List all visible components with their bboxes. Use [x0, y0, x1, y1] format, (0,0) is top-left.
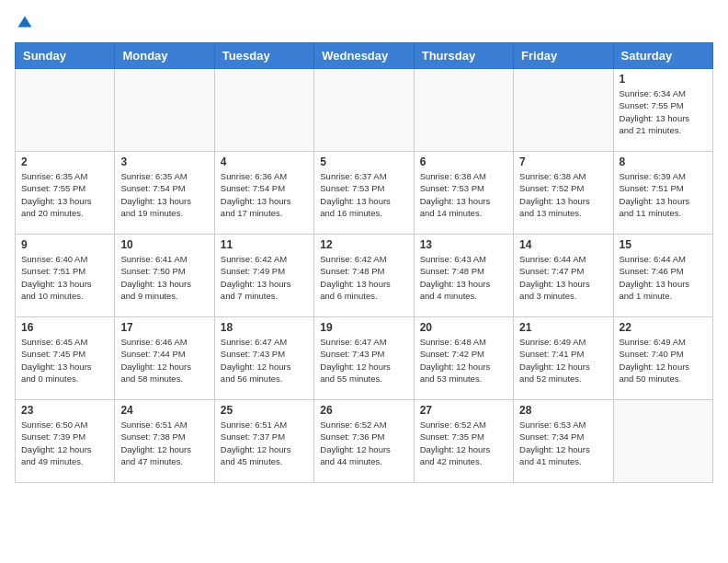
calendar-day-cell: 10Sunrise: 6:41 AM Sunset: 7:50 PM Dayli…: [115, 235, 214, 317]
day-info: Sunrise: 6:45 AM Sunset: 7:45 PM Dayligh…: [21, 336, 108, 385]
calendar-week-row: 1Sunrise: 6:34 AM Sunset: 7:55 PM Daylig…: [16, 69, 713, 152]
day-number: 13: [420, 238, 507, 251]
calendar-day-cell: [414, 69, 513, 152]
day-info: Sunrise: 6:47 AM Sunset: 7:43 PM Dayligh…: [221, 336, 308, 385]
day-info: Sunrise: 6:44 AM Sunset: 7:46 PM Dayligh…: [620, 253, 707, 302]
day-number: 10: [120, 238, 208, 251]
calendar-day-cell: [115, 69, 214, 152]
calendar-day-cell: 1Sunrise: 6:34 AM Sunset: 7:55 PM Daylig…: [613, 69, 712, 152]
calendar-day-cell: 11Sunrise: 6:42 AM Sunset: 7:49 PM Dayli…: [214, 235, 313, 317]
day-number: 1: [620, 73, 707, 86]
day-number: 12: [320, 238, 407, 251]
day-number: 24: [120, 404, 208, 417]
day-number: 18: [221, 321, 308, 334]
day-info: Sunrise: 6:41 AM Sunset: 7:50 PM Dayligh…: [120, 253, 208, 302]
calendar-day-cell: 5Sunrise: 6:37 AM Sunset: 7:53 PM Daylig…: [314, 152, 414, 235]
day-number: 8: [620, 155, 707, 168]
calendar-day-cell: 21Sunrise: 6:49 AM Sunset: 7:41 PM Dayli…: [514, 317, 613, 400]
day-of-week-header: Sunday: [16, 43, 115, 69]
day-number: 21: [519, 321, 607, 334]
day-number: 3: [120, 155, 208, 168]
day-info: Sunrise: 6:34 AM Sunset: 7:55 PM Dayligh…: [620, 87, 707, 136]
calendar-week-row: 9Sunrise: 6:40 AM Sunset: 7:51 PM Daylig…: [16, 235, 713, 317]
calendar-week-row: 2Sunrise: 6:35 AM Sunset: 7:55 PM Daylig…: [16, 152, 713, 235]
day-number: 23: [21, 404, 108, 417]
day-info: Sunrise: 6:49 AM Sunset: 7:40 PM Dayligh…: [620, 336, 707, 385]
calendar-day-cell: 20Sunrise: 6:48 AM Sunset: 7:42 PM Dayli…: [414, 317, 513, 400]
day-info: Sunrise: 6:42 AM Sunset: 7:49 PM Dayligh…: [221, 253, 308, 302]
calendar-day-cell: 2Sunrise: 6:35 AM Sunset: 7:55 PM Daylig…: [16, 152, 115, 235]
day-info: Sunrise: 6:49 AM Sunset: 7:41 PM Dayligh…: [519, 336, 607, 385]
day-number: 20: [420, 321, 507, 334]
calendar-day-cell: 4Sunrise: 6:36 AM Sunset: 7:54 PM Daylig…: [214, 152, 313, 235]
day-number: 7: [519, 155, 607, 168]
calendar-day-cell: 9Sunrise: 6:40 AM Sunset: 7:51 PM Daylig…: [16, 235, 115, 317]
day-info: Sunrise: 6:52 AM Sunset: 7:36 PM Dayligh…: [320, 419, 407, 467]
day-number: 26: [320, 404, 407, 417]
day-number: 11: [221, 238, 308, 251]
logo-icon: [17, 15, 33, 31]
calendar-day-cell: 19Sunrise: 6:47 AM Sunset: 7:43 PM Dayli…: [314, 317, 414, 400]
calendar-week-row: 16Sunrise: 6:45 AM Sunset: 7:45 PM Dayli…: [16, 317, 713, 400]
calendar-day-cell: [613, 400, 712, 483]
day-info: Sunrise: 6:51 AM Sunset: 7:37 PM Dayligh…: [221, 419, 308, 467]
day-info: Sunrise: 6:39 AM Sunset: 7:51 PM Dayligh…: [620, 170, 707, 219]
calendar-day-cell: 3Sunrise: 6:35 AM Sunset: 7:54 PM Daylig…: [115, 152, 214, 235]
calendar-day-cell: [314, 69, 414, 152]
day-number: 9: [21, 238, 108, 251]
day-info: Sunrise: 6:50 AM Sunset: 7:39 PM Dayligh…: [21, 419, 108, 467]
day-info: Sunrise: 6:37 AM Sunset: 7:53 PM Dayligh…: [320, 170, 407, 219]
day-info: Sunrise: 6:46 AM Sunset: 7:44 PM Dayligh…: [120, 336, 208, 385]
day-of-week-header: Thursday: [414, 43, 513, 69]
day-number: 17: [120, 321, 208, 334]
calendar-day-cell: 14Sunrise: 6:44 AM Sunset: 7:47 PM Dayli…: [514, 235, 613, 317]
day-info: Sunrise: 6:47 AM Sunset: 7:43 PM Dayligh…: [320, 336, 407, 385]
calendar-day-cell: 15Sunrise: 6:44 AM Sunset: 7:46 PM Dayli…: [613, 235, 712, 317]
day-number: 16: [21, 321, 108, 334]
calendar-day-cell: 17Sunrise: 6:46 AM Sunset: 7:44 PM Dayli…: [115, 317, 214, 400]
day-number: 25: [221, 404, 308, 417]
day-info: Sunrise: 6:43 AM Sunset: 7:48 PM Dayligh…: [420, 253, 507, 302]
svg-marker-0: [18, 17, 32, 28]
logo: [15, 15, 33, 31]
calendar-table: SundayMondayTuesdayWednesdayThursdayFrid…: [15, 42, 713, 483]
day-info: Sunrise: 6:51 AM Sunset: 7:38 PM Dayligh…: [120, 419, 208, 467]
day-number: 14: [519, 238, 607, 251]
calendar-day-cell: 28Sunrise: 6:53 AM Sunset: 7:34 PM Dayli…: [514, 400, 613, 483]
day-of-week-header: Saturday: [613, 43, 712, 69]
day-info: Sunrise: 6:35 AM Sunset: 7:54 PM Dayligh…: [120, 170, 208, 219]
day-of-week-header: Monday: [115, 43, 214, 69]
day-info: Sunrise: 6:36 AM Sunset: 7:54 PM Dayligh…: [221, 170, 308, 219]
calendar-day-cell: 23Sunrise: 6:50 AM Sunset: 7:39 PM Dayli…: [16, 400, 115, 483]
calendar-day-cell: 8Sunrise: 6:39 AM Sunset: 7:51 PM Daylig…: [613, 152, 712, 235]
calendar-week-row: 23Sunrise: 6:50 AM Sunset: 7:39 PM Dayli…: [16, 400, 713, 483]
day-info: Sunrise: 6:35 AM Sunset: 7:55 PM Dayligh…: [21, 170, 108, 219]
day-of-week-header: Wednesday: [314, 43, 414, 69]
day-number: 28: [519, 404, 607, 417]
calendar-day-cell: [16, 69, 115, 152]
calendar-day-cell: 24Sunrise: 6:51 AM Sunset: 7:38 PM Dayli…: [115, 400, 214, 483]
calendar-day-cell: 18Sunrise: 6:47 AM Sunset: 7:43 PM Dayli…: [214, 317, 313, 400]
calendar-day-cell: 13Sunrise: 6:43 AM Sunset: 7:48 PM Dayli…: [414, 235, 513, 317]
calendar-day-cell: 6Sunrise: 6:38 AM Sunset: 7:53 PM Daylig…: [414, 152, 513, 235]
calendar-day-cell: 16Sunrise: 6:45 AM Sunset: 7:45 PM Dayli…: [16, 317, 115, 400]
day-number: 15: [620, 238, 707, 251]
calendar-day-cell: 12Sunrise: 6:42 AM Sunset: 7:48 PM Dayli…: [314, 235, 414, 317]
day-info: Sunrise: 6:48 AM Sunset: 7:42 PM Dayligh…: [420, 336, 507, 385]
calendar-day-cell: [514, 69, 613, 152]
day-number: 22: [620, 321, 707, 334]
day-of-week-header: Friday: [514, 43, 613, 69]
day-number: 4: [221, 155, 308, 168]
day-info: Sunrise: 6:44 AM Sunset: 7:47 PM Dayligh…: [519, 253, 607, 302]
day-number: 19: [320, 321, 407, 334]
calendar-day-cell: 26Sunrise: 6:52 AM Sunset: 7:36 PM Dayli…: [314, 400, 414, 483]
day-info: Sunrise: 6:42 AM Sunset: 7:48 PM Dayligh…: [320, 253, 407, 302]
calendar-day-cell: [214, 69, 313, 152]
day-info: Sunrise: 6:38 AM Sunset: 7:53 PM Dayligh…: [420, 170, 507, 219]
day-of-week-header: Tuesday: [214, 43, 313, 69]
day-number: 2: [21, 155, 108, 168]
calendar-day-cell: 27Sunrise: 6:52 AM Sunset: 7:35 PM Dayli…: [414, 400, 513, 483]
header: [15, 15, 713, 31]
day-info: Sunrise: 6:40 AM Sunset: 7:51 PM Dayligh…: [21, 253, 108, 302]
calendar-day-cell: 22Sunrise: 6:49 AM Sunset: 7:40 PM Dayli…: [613, 317, 712, 400]
